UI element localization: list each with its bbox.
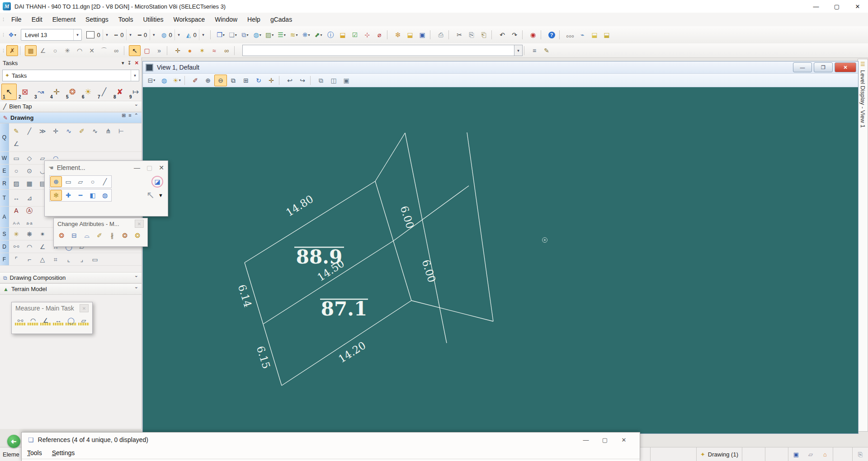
construct-bisector-icon[interactable]: ⊢ (115, 125, 127, 137)
gcadas-survey-line-icon[interactable]: ⌁ (576, 29, 588, 40)
status-lock-icon[interactable]: ▣ (790, 449, 802, 460)
browser-ball-icon[interactable]: ● (184, 45, 196, 56)
smart-match-icon[interactable]: ∦ (106, 230, 118, 241)
grid-view-icon[interactable]: ⊞ (122, 113, 126, 123)
references-caret[interactable]: ▾ (284, 33, 286, 37)
active-line-style-caret[interactable]: ▾ (126, 29, 134, 40)
select-all-icon[interactable]: ◍ (99, 190, 111, 201)
new-file-icon[interactable]: ❇ (392, 29, 404, 40)
view-brightness-icon[interactable]: ☀▾ (170, 75, 183, 86)
add-selection-icon[interactable]: ✚ (62, 190, 74, 201)
task-curves[interactable]: ↝3 (33, 84, 48, 100)
measure-area-icon[interactable]: ◯ (65, 315, 77, 326)
task-fence[interactable]: ⊠2 (17, 84, 33, 100)
references-titlebar[interactable]: ❏ References (4 of 4 unique, 0 displayed… (22, 433, 640, 447)
pan-tool-icon[interactable]: ✛ (172, 45, 184, 56)
task-element-selection[interactable]: ↖1 (1, 84, 17, 100)
measure-radius-icon[interactable]: ◠ (27, 315, 39, 326)
snap-association-icon[interactable]: ∞ (110, 45, 122, 56)
references-icon[interactable]: ☰▾ (276, 29, 288, 40)
view-previous-icon[interactable]: ↩ (283, 75, 296, 86)
place-ray-icon[interactable]: ∠ (10, 138, 23, 150)
sheet-manager-icon[interactable]: ≋▾ (288, 29, 300, 40)
element-information-icon[interactable]: ⓘ (325, 29, 336, 40)
place-active-cell-icon[interactable]: ✳ (10, 228, 23, 240)
snap-midpoint-icon[interactable]: ✳ (61, 45, 73, 56)
open-file-icon[interactable]: ⬓ (404, 29, 416, 40)
active-transparency-control[interactable]: ◭ 0 ▾ (186, 29, 207, 40)
saved-views-caret[interactable]: ▾ (247, 33, 249, 37)
active-level-caret[interactable]: ▾ (73, 29, 81, 40)
view-display-mode-caret[interactable]: ▾ (153, 78, 155, 82)
chevron-up-icon[interactable]: ⌃ (134, 113, 138, 123)
place-smartline-icon[interactable]: ✎ (10, 125, 23, 137)
menu-tools[interactable]: Tools (113, 13, 138, 26)
subtract-selection-icon[interactable]: ━ (75, 190, 86, 201)
dimension-ordinate-icon[interactable]: ⌗ (49, 254, 62, 265)
active-class-caret[interactable]: ▾ (175, 29, 183, 40)
section-terrain-model[interactable]: ▲ Terrain Model ⌄ (0, 283, 142, 295)
fit-view-icon[interactable]: ⊞ (240, 75, 252, 86)
view-close-button[interactable]: ✕ (835, 62, 856, 72)
dimension-angular-icon[interactable]: △ (36, 254, 49, 265)
markups-icon[interactable]: ☑ (349, 29, 361, 40)
place-circle-icon[interactable]: ○ (10, 165, 23, 177)
status-clipboard-icon[interactable]: ⎘ (854, 449, 866, 460)
measure-titlebar[interactable]: Measure - Main Task ✕ (12, 302, 92, 314)
help-icon[interactable]: ? (546, 29, 557, 40)
menu-element[interactable]: Element (47, 13, 80, 26)
place-line-icon[interactable]: ╱ (23, 125, 36, 137)
models-icon[interactable]: ❒▾ (215, 29, 226, 40)
redo-icon[interactable]: ↷ (509, 29, 520, 40)
tasks-close-icon[interactable]: ✕ (135, 60, 139, 66)
block-selection-icon[interactable]: ▭ (62, 176, 74, 187)
measure-distance-icon[interactable]: o-o (14, 315, 26, 326)
task-levels[interactable]: ☀6 (80, 84, 96, 100)
view-titlebar[interactable]: View 1, Default — ❐ ✕ (143, 61, 858, 74)
save-file-icon[interactable]: ▣ (416, 29, 428, 40)
measure-length-icon[interactable]: ↔ (52, 315, 64, 326)
place-bspline-icon[interactable]: ∿ (89, 125, 101, 137)
fence-display-icon[interactable]: ▢ (141, 45, 153, 56)
individual-selection-icon[interactable]: ⊕ (50, 176, 62, 187)
accusnap-toggle-icon[interactable]: ✗ (6, 45, 18, 56)
change-fill-icon[interactable]: ⌓ (81, 230, 93, 241)
zoom-out-icon[interactable]: ⊖ (214, 75, 227, 86)
clip-mask-icon[interactable]: ▣ (340, 75, 353, 86)
dimension-radial-icon[interactable]: ⌞ (62, 254, 75, 265)
pattern-lock-icon[interactable]: ▩ (25, 45, 37, 56)
view-groups-icon[interactable]: ◍▾ (251, 29, 263, 40)
dialog-close-button[interactable]: ✕ (80, 304, 89, 312)
raster-manager-icon[interactable]: ▨▾ (264, 29, 275, 40)
place-cell-matrix-icon[interactable]: ❋ (23, 228, 36, 240)
references-menu-tools[interactable]: Tools (27, 449, 42, 456)
cut-icon[interactable]: ✂ (453, 29, 465, 40)
references-maximize-button[interactable]: ▢ (595, 434, 614, 446)
tasks-menu-caret[interactable]: ▾ (122, 60, 124, 66)
active-color-control[interactable]: 0 ▾ (86, 29, 111, 40)
active-element-template-caret[interactable]: ▾ (14, 33, 16, 37)
undo-icon[interactable]: ↶ (496, 29, 508, 40)
menu-edit[interactable]: Edit (27, 13, 47, 26)
circle-selection-icon[interactable]: ○ (87, 176, 99, 187)
snap-intersection-icon[interactable]: ✕ (86, 45, 98, 56)
active-class-control[interactable]: ◍ 0 ▾ (161, 29, 183, 40)
sheet-manager-caret[interactable]: ▾ (296, 33, 297, 37)
accudraw-icon[interactable]: ⊹ (361, 29, 373, 40)
view-minimize-button[interactable]: — (793, 62, 812, 72)
measure-distance-icon[interactable]: o-o (10, 241, 23, 253)
active-line-weight-caret[interactable]: ▾ (150, 29, 158, 40)
menu-workspace[interactable]: Workspace (169, 13, 210, 26)
dialog-close-button[interactable]: ✕ (159, 164, 164, 171)
construct-branch-icon[interactable]: ⋔ (102, 125, 114, 137)
references-menu-settings[interactable]: Settings (52, 449, 75, 456)
view-display-mode-icon[interactable]: ⊟▾ (145, 75, 158, 86)
point-clouds-icon[interactable]: ❋▾ (300, 29, 312, 40)
project-explorer-caret[interactable]: ▾ (320, 33, 322, 37)
chevron-down-icon[interactable]: ⌄ (134, 284, 138, 294)
change-to-active-area-icon[interactable]: ⊟ (68, 230, 80, 241)
element-dialog-titlebar[interactable]: ☚ Element... — ▢ ✕ (45, 161, 168, 174)
rotate-view-icon[interactable]: ↻ (252, 75, 265, 86)
task-pan[interactable]: ✛4 (49, 84, 64, 100)
keyin-caret[interactable]: ▾ (514, 45, 523, 56)
